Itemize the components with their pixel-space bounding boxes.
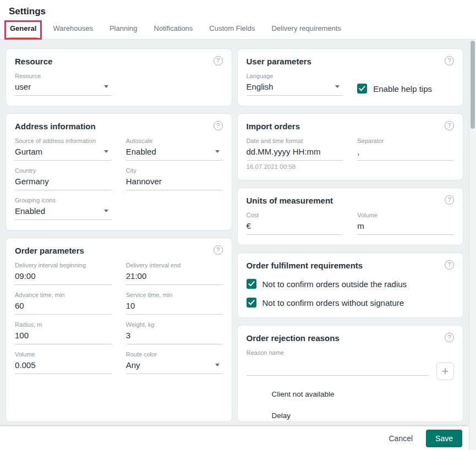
field-label: Resource (15, 73, 112, 79)
tab-general[interactable]: General (9, 21, 37, 39)
field-value: Germany (15, 177, 49, 186)
help-icon[interactable]: ? (445, 260, 454, 270)
chevron-down-icon (215, 150, 220, 153)
card-title: Resource (15, 57, 52, 66)
tab-notifications[interactable]: Notifications (153, 21, 194, 39)
card-title: Units of measurement (247, 196, 333, 205)
card-title: Order fulfilment requirements (247, 261, 363, 270)
footer: Cancel Save (0, 426, 469, 450)
help-icon[interactable]: ? (445, 56, 454, 65)
country-field[interactable]: Country Germany (15, 167, 112, 190)
city-field[interactable]: City Hannover (126, 167, 223, 190)
tab-label: Delivery requirements (271, 24, 341, 32)
field-value: € (247, 221, 251, 231)
chevron-down-icon (335, 85, 340, 88)
field-value: , (357, 147, 359, 156)
grouping-icons-select[interactable]: Grouping icons Enabled (15, 197, 112, 220)
list-item[interactable]: Client not available (272, 390, 455, 398)
date-time-format-field[interactable]: Date and time format dd.MM.yyyy HH:mm 16… (247, 138, 343, 170)
checkbox-label: Enable help tips (373, 84, 432, 94)
field-value: Enabled (15, 206, 45, 216)
cost-field[interactable]: Cost € (247, 212, 343, 235)
field-label: City (126, 167, 223, 174)
field-value: 0.005 (15, 360, 36, 370)
card-units-of-measurement: Units of measurement ? Cost € Volume m (237, 188, 464, 245)
advance-time-field[interactable]: Advance time, min 60 (15, 292, 112, 315)
add-reason-button[interactable]: + (436, 363, 454, 380)
language-select[interactable]: Language English (247, 73, 343, 96)
delivery-interval-beginning-field[interactable]: Delivery interval beginning 09:00 (15, 262, 112, 285)
field-label: Grouping icons (15, 197, 112, 204)
field-label: Separator (357, 138, 454, 144)
field-value: English (247, 82, 273, 91)
service-time-field[interactable]: Service time, min 10 (126, 292, 223, 315)
separator-field[interactable]: Separator , (357, 138, 454, 170)
field-label: Autoscale (126, 138, 223, 144)
card-order-parameters: Order parameters ? Delivery interval beg… (6, 238, 232, 422)
field-value: 09:00 (15, 271, 36, 281)
scrollbar-thumb[interactable] (470, 41, 475, 129)
field-value: Any (126, 360, 140, 370)
route-color-select[interactable]: Route color Any (126, 351, 223, 374)
field-value: 100 (15, 331, 29, 340)
tab-label: Warehouses (53, 24, 93, 32)
card-order-rejection-reasons: Order rejection reasons ? Reason name + … (237, 325, 464, 422)
help-icon[interactable]: ? (445, 333, 454, 342)
tab-delivery-requirements[interactable]: Delivery requirements (270, 21, 342, 39)
confirm-outside-radius-checkbox[interactable]: Not to confirm orders outside the radius (247, 279, 455, 289)
field-value: 60 (15, 301, 24, 310)
help-icon[interactable]: ? (445, 121, 454, 130)
checkbox-checked-icon (247, 298, 256, 308)
field-label: Country (15, 167, 112, 174)
tab-planning[interactable]: Planning (108, 21, 139, 39)
field-value: dd.MM.yyyy HH:mm (247, 147, 321, 156)
cancel-button[interactable]: Cancel (381, 430, 420, 447)
delivery-interval-end-field[interactable]: Delivery interval end 21:00 (126, 262, 223, 285)
help-icon[interactable]: ? (214, 245, 223, 255)
radius-field[interactable]: Radius, m 100 (15, 321, 112, 344)
scrollbar[interactable] (469, 40, 476, 450)
reason-name-input[interactable] (247, 361, 429, 376)
enable-help-tips-checkbox[interactable]: Enable help tips (357, 81, 454, 96)
help-icon[interactable]: ? (214, 56, 223, 65)
field-label: Date and time format (247, 138, 343, 144)
weight-field[interactable]: Weight, kg 3 (126, 321, 223, 344)
field-value: 21:00 (126, 271, 147, 281)
settings-content: Resource ? Resource user Address informa… (0, 40, 469, 426)
field-label: Volume (357, 212, 454, 218)
help-icon[interactable]: ? (445, 195, 454, 205)
card-address-information: Address information ? Source of address … (6, 113, 232, 231)
field-label: Cost (247, 212, 343, 218)
field-label: Advance time, min (15, 292, 112, 298)
field-value: 3 (126, 331, 130, 340)
card-user-parameters: User parameters ? Language English Enabl… (237, 48, 464, 106)
confirm-without-signature-checkbox[interactable]: Not to confirm orders without signature (247, 298, 455, 308)
field-label: Source of address information (15, 138, 112, 144)
field-label: Route color (126, 351, 223, 358)
active-tab-underline (9, 37, 37, 39)
tab-custom-fields[interactable]: Custom Fields (208, 21, 256, 39)
save-button[interactable]: Save (426, 430, 462, 447)
list-item[interactable]: Delay (272, 411, 455, 420)
resource-select[interactable]: Resource user (15, 73, 112, 96)
volume-unit-field[interactable]: Volume m (357, 212, 454, 235)
card-title: Address information (15, 122, 96, 131)
tab-label: Planning (110, 24, 138, 32)
tab-label: Notifications (154, 24, 193, 32)
chevron-down-icon (104, 85, 108, 88)
checkbox-checked-icon (357, 84, 367, 94)
field-value: m (357, 221, 364, 231)
card-resource: Resource ? Resource user (6, 48, 232, 106)
help-icon[interactable]: ? (214, 121, 223, 130)
address-source-select[interactable]: Source of address information Gurtam (15, 138, 112, 161)
tab-warehouses[interactable]: Warehouses (52, 21, 94, 39)
volume-field[interactable]: Volume 0.005 (15, 351, 112, 374)
autoscale-select[interactable]: Autoscale Enabled (126, 138, 223, 161)
field-hint: 16.07.2021 00:58 (247, 163, 343, 170)
card-order-fulfilment-requirements: Order fulfilment requirements ? Not to c… (237, 253, 464, 318)
card-title: Order parameters (15, 246, 84, 255)
field-value: Hannover (126, 177, 162, 186)
page-title: Settings (9, 6, 46, 17)
field-label: Weight, kg (126, 321, 223, 328)
field-label: Service time, min (126, 292, 223, 298)
